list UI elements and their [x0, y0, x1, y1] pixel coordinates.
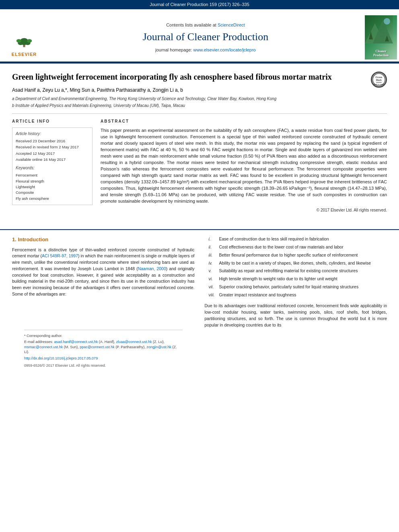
contents-available-text: Contents lists available at — [166, 23, 216, 27]
list-item-num: v. — [209, 268, 217, 274]
svg-text:Mark: Mark — [376, 79, 382, 82]
cleaner-production-label: Cleaner Production — [373, 49, 389, 57]
crossmark-area: Cross Mark click to verify — [371, 72, 387, 88]
svg-point-5 — [27, 39, 32, 43]
list-item-text: Ease of construction due to less skill r… — [219, 236, 329, 242]
keyword-item: Composite — [16, 190, 89, 195]
article-title: Green lightweight ferrocement incorporat… — [12, 72, 387, 82]
abstract-col: ABSTRACT This paper presents an experime… — [101, 119, 387, 213]
list-item: iv.Ability to be cast in a variety of sh… — [209, 260, 387, 267]
list-item-text: Greater impact resistance and toughness — [219, 292, 296, 298]
svg-text:ELSEVIER: ELSEVIER — [19, 36, 30, 38]
list-item: iii.Better flexural performance due to h… — [209, 252, 387, 259]
email-li[interactable]: zongjin@ust.hk — [146, 345, 171, 349]
journal-logo-bg-icon — [365, 15, 393, 43]
homepage-prefix: journal homepage: — [155, 47, 192, 52]
body-section: 1. Introduction Ferrocement is a distinc… — [0, 230, 399, 374]
doi-link[interactable]: http://dx.doi.org/10.1016/j.jclepro.2017… — [24, 356, 98, 360]
list-item-num: vii. — [209, 284, 217, 290]
list-item: ii.Cost effectiveness due to the lower c… — [209, 244, 387, 251]
journal-topbar: Journal of Cleaner Production 159 (2017)… — [0, 0, 399, 9]
section-divider — [12, 113, 387, 114]
accepted-date: Accepted 12 May 2017 — [16, 151, 89, 156]
footer-section: * Corresponding author. E-mail addresses… — [24, 330, 183, 361]
naaman-link[interactable]: Naaman, 2000 — [138, 266, 166, 271]
email-sun[interactable]: msmac@connect.ust.hk — [24, 345, 63, 349]
header-center: Contents lists available at ScienceDirec… — [48, 13, 363, 62]
authors-line: Asad Hanif a, Zeyu Lu a,*, Ming Sun a, P… — [12, 87, 387, 94]
body-left-col: 1. Introduction Ferrocement is a distinc… — [12, 236, 195, 368]
svg-point-4 — [16, 39, 21, 43]
svg-text:Cross: Cross — [376, 76, 383, 78]
article-info-col: ARTICLE INFO Article history: Received 2… — [12, 119, 93, 213]
list-item-text: Cost effectiveness due to the lower cost… — [219, 244, 343, 251]
bottom-bar: 0959-6526/© 2017 Elsevier Ltd. All right… — [24, 363, 183, 368]
info-dates: Received 23 December 2016 Received in re… — [16, 138, 89, 162]
list-item: i.Ease of construction due to less skill… — [209, 236, 387, 242]
introduction-heading: 1. Introduction — [12, 236, 195, 243]
list-item: vi.High tensile strength to weight ratio… — [209, 276, 387, 282]
keyword-item: Ferrocement — [16, 173, 89, 178]
email-label: E-mail addresses: — [24, 340, 53, 344]
intro-para2: Due to its advantages over traditional r… — [205, 303, 387, 328]
affiliation-b: b Institute of Applied Physics and Mater… — [12, 103, 387, 109]
doi-line: http://dx.doi.org/10.1016/j.jclepro.2017… — [24, 356, 183, 361]
elsevier-label: ELSEVIER — [12, 51, 37, 58]
elsevier-logo-img: ELSEVIER — [8, 31, 40, 51]
email-ppac[interactable]: ppac@connect.ust.hk — [80, 345, 115, 349]
list-item: vii.Superior cracking behavior, particul… — [209, 284, 387, 290]
body-two-col: 1. Introduction Ferrocement is a distinc… — [12, 236, 387, 368]
revised-date: Received in revised form 2 May 2017 — [16, 144, 89, 150]
authors-text: Asad Hanif a, Zeyu Lu a,*, Ming Sun a, P… — [12, 87, 183, 93]
abstract-text: This paper presents an experimental asse… — [101, 127, 387, 204]
journal-main-title: Journal of Cleaner Production — [143, 30, 269, 44]
aci-link[interactable]: ACI 549R-97, 1997 — [42, 253, 78, 258]
keywords-label: Keywords: — [16, 165, 89, 171]
keyword-item: Lightweight — [16, 184, 89, 189]
info-abstract-area: ARTICLE INFO Article history: Received 2… — [12, 119, 387, 213]
crossmark-svg: Cross Mark click to verify — [372, 72, 386, 88]
article-info-label: ARTICLE INFO — [12, 119, 93, 124]
sciencedirect-line: Contents lists available at ScienceDirec… — [166, 22, 245, 28]
list-item-num: vi. — [209, 276, 217, 282]
journal-citation: Journal of Cleaner Production 159 (2017)… — [150, 2, 249, 7]
journal-logo-box: Cleaner Production — [365, 15, 397, 60]
available-date: Available online 16 May 2017 — [16, 157, 89, 162]
history-label: Article history: — [16, 131, 89, 137]
svg-point-12 — [384, 18, 390, 25]
email-lu[interactable]: zluaa@connect.ust.hk — [116, 340, 152, 344]
body-right-col: i.Ease of construction due to less skill… — [205, 236, 387, 368]
advantages-list: i.Ease of construction due to less skill… — [205, 236, 387, 298]
sciencedirect-link[interactable]: ScienceDirect — [218, 23, 245, 27]
corresponding-note: * Corresponding author. — [24, 333, 183, 339]
list-item-text: Superior cracking behavior, particularly… — [219, 284, 359, 290]
homepage-url[interactable]: www.elsevier.com/locate/jclepro — [193, 47, 255, 52]
svg-text:click to verify: click to verify — [373, 83, 385, 85]
crossmark-icon: Cross Mark click to verify — [371, 72, 387, 88]
journal-logo-text: Cleaner Production — [373, 49, 389, 58]
list-item-num: iii. — [209, 252, 217, 259]
list-item-text: Better flexural performance due to highe… — [219, 252, 358, 259]
list-item-text: Suitability as repair and retrofitting m… — [219, 268, 358, 274]
list-item-num: viii. — [209, 292, 217, 298]
list-item-num: ii. — [209, 244, 217, 251]
journal-logo-area: Cleaner Production — [363, 13, 399, 62]
article-info-box: Article history: Received 23 December 20… — [12, 127, 93, 205]
list-item-num: iv. — [209, 260, 217, 267]
header: ELSEVIER ELSEVIER Contents lists availab… — [0, 9, 399, 62]
list-item-num: i. — [209, 236, 217, 242]
list-item: viii.Greater impact resistance and tough… — [209, 292, 387, 298]
elsevier-logo-area: ELSEVIER ELSEVIER — [0, 13, 48, 62]
keyword-item: Flexural strength — [16, 179, 89, 184]
list-item-text: High tensile strength to weight ratio du… — [219, 276, 337, 282]
received-date: Received 23 December 2016 — [16, 138, 89, 144]
list-item-text: Ability to be cast in a variety of shape… — [219, 260, 371, 267]
affiliation-a: a Department of Civil and Environmental … — [12, 96, 387, 102]
keyword-item: Fly ash cenosphere — [16, 196, 89, 201]
elsevier-tree-icon: ELSEVIER — [12, 34, 36, 48]
keywords-list: FerrocementFlexural strengthLightweightC… — [16, 173, 89, 201]
copyright-line: © 2017 Elsevier Ltd. All rights reserved… — [101, 207, 387, 213]
article-section: Cross Mark click to verify Green lightwe… — [0, 64, 399, 221]
footer-area: * Corresponding author. E-mail addresses… — [12, 330, 195, 368]
email-hanif[interactable]: asad.hanif@connect.ust.hk — [54, 340, 98, 344]
